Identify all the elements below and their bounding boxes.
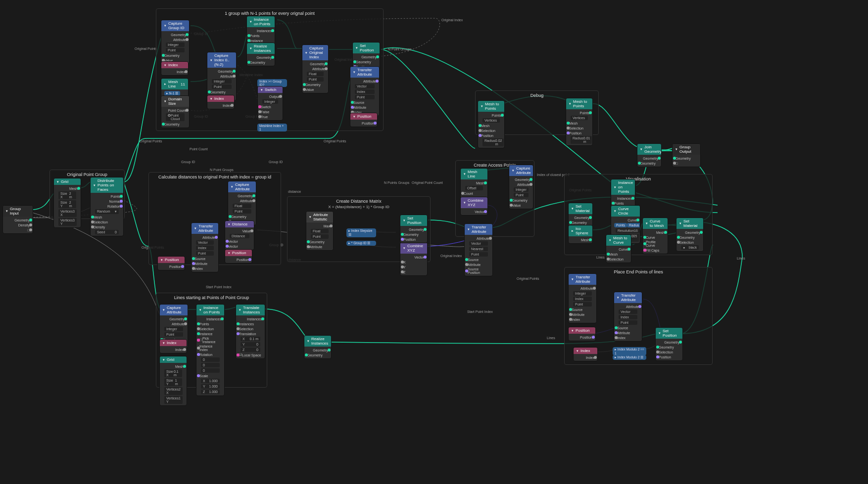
frame-title: Calculate distances to original Point wi… [149, 175, 281, 179]
chip-index-modulo-eq1[interactable]: ▸ Index Modulo 2 == 1 [613, 347, 646, 355]
node-capture-groupid[interactable]: ▾Capture Group ID Geometry Attribute Int… [161, 20, 190, 64]
wire-label: Lines [547, 336, 555, 340]
wire-label: Original Points [135, 47, 157, 50]
frame-title: Original Point Group [50, 172, 124, 177]
node-instance-on-points-3[interactable]: ▾Instance on Points Instances Points Sel… [196, 304, 225, 396]
node-group-input[interactable]: ▾Group Input Geometry Density □ [2, 205, 33, 234]
chip-index-stepsize[interactable]: ▸ Index Stepsize ☰ [346, 228, 376, 237]
node-mesh-to-curve[interactable]: ▾Mesh to Curve Curve Mesh Selection [606, 234, 631, 263]
node-set-position-2[interactable]: ▾Set Position Geometry Geometry Position [400, 215, 428, 243]
wire-label: Start Point Index [467, 310, 493, 313]
wire-label: Start Point Index [206, 285, 232, 289]
wire-label: Group ID [269, 160, 283, 164]
chevron-down-icon: ▾ [57, 180, 59, 184]
node-grid-2[interactable]: ▾Grid Mesh Size X0.1 m Size Y1 m Vertice… [159, 356, 187, 406]
wire-label: Original Points [324, 139, 346, 143]
node-attr-statistic[interactable]: ▾Attribute Statistic Max Float Point Geo… [306, 211, 334, 251]
frame-title: Visualisation [565, 176, 712, 181]
node-group-output[interactable]: ▾Group Output Geometry □ [672, 143, 701, 167]
node-capture-attr-dist[interactable]: ▾Capture Attribute Geometry Attribute Fl… [228, 181, 256, 225]
node-combine-xyz-2[interactable]: ▾Combine XYZ Vector [460, 197, 488, 216]
node-position-1[interactable]: ▾Position Position [350, 113, 378, 127]
node-meshline-idx1[interactable]: Meshline Index + 1 [257, 124, 287, 132]
node-translate-instances[interactable]: ▾Translate Instances Instances Instances… [236, 304, 265, 359]
node-distribute-points[interactable]: ▾Distribute Points on Faces Points Norma… [90, 177, 124, 236]
wire-label: Point Count [190, 147, 208, 151]
wire-label: N Points Groups [384, 181, 409, 184]
wire-label: Original Points [140, 139, 162, 143]
wire-label: Original Point Count [412, 181, 443, 184]
node-curve-to-mesh[interactable]: ▾Curve to Mesh Mesh Curve Profile Curve … [642, 218, 668, 254]
node-instance-on-points[interactable]: ▾Instance on Points Instances Points Ins… [246, 16, 275, 44]
node-position-2[interactable]: ▾Position Position [225, 249, 252, 264]
node-index-2[interactable]: ▾Index Index [207, 95, 235, 109]
node-position-3[interactable]: ▾Position Position [157, 256, 185, 270]
wire-label: Original Index [441, 18, 463, 22]
wire-label: Original Points [517, 277, 539, 280]
node-transfer-attr-end[interactable]: ▾Transfer Attribute Attribute Integer In… [568, 273, 597, 323]
frame-title: Create Distance Matrix [288, 199, 430, 204]
node-combine-xyz[interactable]: ▾Combine XYZ Vector X Y Z [400, 242, 428, 276]
node-transfer-attribute-1[interactable]: ▾Transfer Attribute Attribute Vector Ind… [350, 66, 380, 116]
wire-label: Original Index [440, 254, 462, 258]
node-domain-size[interactable]: ▾Domain Size Point Count ✪ Point Cloud G… [161, 95, 190, 128]
node-mesh-to-points-2[interactable]: ▾Mesh to Points Points Vertices Mesh Sel… [566, 98, 593, 146]
frame-title: Lines starting at Points of Point Group [156, 295, 267, 300]
chevron-down-icon: ▾ [6, 209, 8, 213]
node-transfer-attr-2[interactable]: ▾Transfer Attribute Attribute Vector Ind… [191, 222, 219, 272]
node-index[interactable]: ▾Index Index [161, 61, 189, 76]
node-set-material-2[interactable]: ▾Set Material Geometry Geometry Selectio… [676, 218, 704, 252]
node-switch[interactable]: ▾Switch Output Integer Switch False True [257, 86, 283, 121]
node-grid[interactable]: ▾Grid Mesh Size X2 m Size Y2 m Vertices … [53, 178, 81, 228]
node-index-end[interactable]: ▾Index Index [573, 347, 598, 361]
chip-index-modulo[interactable]: ▸ Index Modulo 2 ☰ [613, 355, 646, 360]
node-mesh-to-points-1[interactable]: ▾Mesh to Points Points Vertices Mesh Sel… [478, 100, 505, 148]
node-join-geometry[interactable]: ▾Join Geometry Geometry Geometry [637, 143, 662, 167]
node-transfer-attr-3[interactable]: ▾Transfer Attribute Attribute Vector Nea… [464, 223, 493, 276]
wire-label: N Point Groups [210, 168, 234, 172]
node-distance[interactable]: ▾Distance Value Distance Vector Vector [225, 220, 254, 250]
wire-label: Lines [737, 257, 745, 260]
wire-label: distance [288, 190, 301, 193]
node-set-position-end[interactable]: ▾Set Position Geometry Geometry Selectio… [655, 327, 683, 361]
node-set-material-1[interactable]: ▾Set Material Geometry Geometry [568, 203, 593, 226]
frame-title: 1 group with N-1 points for every origna… [156, 11, 383, 16]
node-capture-original-index[interactable]: ▾Capture Original Index Geometry Attribu… [302, 44, 329, 93]
node-capture-attr-2[interactable]: ▾Capture Attribute Geometry Attribute In… [509, 165, 533, 209]
node-position-end[interactable]: ▾Position Position [568, 327, 596, 341]
frame-subtitle: X = (Max(distance) + 1) * Group ID [288, 205, 430, 209]
node-ico-sphere[interactable]: ▸Ico Sphere Mesh [568, 225, 593, 244]
wire-label: Lines [596, 256, 605, 259]
node-realize-instances-2[interactable]: ▾Realize Instances Geometry Geometry [304, 335, 332, 359]
wire-label: N Point Groups [388, 47, 412, 51]
wire-label: Group ID [181, 160, 195, 164]
node-mesh-line[interactable]: ▸Mesh Line11 ▸ N-1 ☰ [161, 78, 189, 98]
node-capture-index0[interactable]: ▾Capture Index 0..(N-2) Geometry Attribu… [207, 52, 237, 101]
node-index-3[interactable]: ▾Index Index [159, 339, 187, 353]
chip-times-groupid[interactable]: ▸ * Group ID ☰ [346, 241, 376, 246]
node-transfer-attr-end2[interactable]: ▾Transfer Attribute Attribute Vector Ind… [614, 292, 642, 342]
frame-title: Debug [476, 93, 598, 98]
node-realize-instances[interactable]: ▾Realize Instances Geometry Geometry [246, 43, 275, 66]
